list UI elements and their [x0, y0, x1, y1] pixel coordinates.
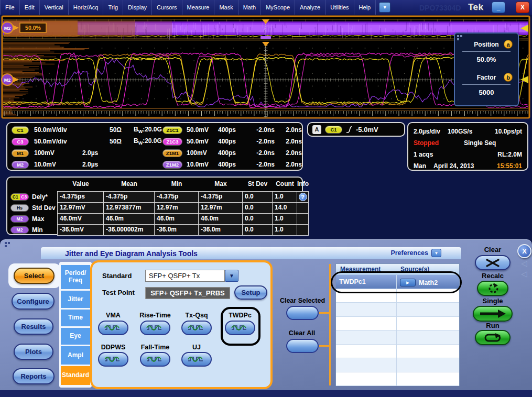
single-button[interactable]: [473, 306, 513, 322]
measurement-name: TWDPc1: [336, 275, 396, 289]
menu-item-horiz-acq[interactable]: Horiz/Acq: [69, 0, 104, 15]
z1m1-end: 2.0ns: [275, 149, 302, 157]
scope-model-label: DPO73304D: [419, 4, 461, 12]
knob-b-badge: b: [504, 73, 513, 82]
source-expand-icon[interactable]: ▶: [400, 279, 416, 286]
run-button[interactable]: [475, 330, 511, 345]
connector-stub: [319, 312, 330, 314]
panel-close-button[interactable]: X: [517, 244, 531, 258]
meas-button-vma[interactable]: [98, 321, 128, 335]
meas-button-ddpws[interactable]: [98, 352, 128, 367]
zoom-position-value[interactable]: 50.0%: [455, 56, 518, 63]
waveform-canvas[interactable]: M250.0%M2: [0, 15, 532, 119]
meas-cell: 12.97mV: [57, 202, 104, 214]
col-header-info: Info: [297, 180, 309, 191]
pager-next-icon[interactable]: ◁: [521, 269, 527, 279]
nav-button-reports[interactable]: Reports: [13, 368, 55, 384]
tab-period-freq[interactable]: Period/Freq: [61, 265, 90, 289]
single-control-label: Single: [472, 297, 514, 305]
tab-standard[interactable]: Standard: [61, 366, 90, 385]
menu-item-math[interactable]: Math: [238, 0, 261, 15]
meas-cell: 46.0mV: [57, 213, 104, 225]
meas-cell: 0.0: [242, 202, 273, 214]
menu-item-cursors[interactable]: Cursors: [152, 0, 182, 15]
panel-grip-icon: [5, 242, 7, 244]
menu-item-analyze[interactable]: Analyze: [295, 0, 325, 15]
table-header-row: Measurement Source(s): [336, 264, 459, 275]
clear-all-button[interactable]: [286, 339, 319, 353]
nav-button-results[interactable]: Results: [14, 318, 53, 335]
recalc-button[interactable]: [477, 281, 508, 296]
meas-button-tx-qsq[interactable]: [181, 321, 212, 335]
measurement-results-panel: Value Mean Min Max St Dev Count Info C1C…: [6, 177, 303, 235]
m1-time: 2.0µs: [82, 149, 110, 157]
z1m1-start: -2.0ns: [245, 149, 275, 157]
menu-item-display[interactable]: Display: [123, 0, 152, 15]
pager-prev-icon[interactable]: ◁: [521, 259, 527, 268]
nav-button-select[interactable]: Select: [14, 268, 55, 284]
table-row-empty[interactable]: [336, 358, 459, 372]
table-row-empty[interactable]: [336, 303, 459, 317]
clear-selected-button[interactable]: [286, 306, 319, 320]
table-row-empty[interactable]: [336, 372, 459, 387]
waveform-display[interactable]: M250.0%M2 Position a 50.0% Factor b 5000: [0, 15, 532, 119]
table-row-empty[interactable]: [336, 330, 459, 345]
channel-badge-c1[interactable]: C1: [12, 126, 29, 134]
trigger-source-badge[interactable]: C1: [325, 126, 342, 134]
meas-button-fall-time[interactable]: [140, 352, 170, 367]
standard-select[interactable]: SFP+ QSFP+ Tx: [145, 270, 225, 282]
resolution: 10.0ps/pt: [495, 128, 522, 135]
meas-label-twdpc: TWDPc: [219, 312, 261, 319]
menu-item-vertical[interactable]: Vertical: [40, 0, 69, 15]
menu-item-mask[interactable]: Mask: [214, 0, 238, 15]
zoom-channel-z1m2: Z1M2 10.0mV 400ps -2.0ns 2.0ns: [162, 161, 302, 169]
meas-row-name: M2 Max: [10, 213, 58, 224]
standard-dropdown-icon[interactable]: ▼: [225, 270, 238, 282]
channel-readout-panel: C1 50.0mV/div 50Ω BW:20.0G Z1C1 50.0mV 4…: [6, 122, 303, 171]
tab-jitter[interactable]: Jitter: [61, 291, 90, 308]
close-button[interactable]: X: [516, 2, 529, 13]
menu-item-trig[interactable]: Trig: [103, 0, 123, 15]
meas-info-cell: ?: [297, 191, 309, 203]
channel-badge-m2[interactable]: M2: [12, 161, 29, 169]
nav-button-configure[interactable]: Configure: [12, 293, 55, 310]
clear-button[interactable]: [475, 255, 511, 270]
table-row-empty[interactable]: [336, 317, 459, 331]
info-icon[interactable]: ?: [299, 193, 307, 201]
menu-item-help[interactable]: Help: [354, 0, 376, 15]
zoom-factor-value[interactable]: 5000: [455, 89, 518, 96]
table-row-empty[interactable]: [336, 345, 459, 359]
standard-label: Standard: [102, 272, 132, 280]
setup-button[interactable]: Setup: [234, 285, 267, 300]
menu-overflow-dropdown-icon[interactable]: ▼: [379, 2, 390, 13]
connector-line: [329, 264, 331, 385]
panel-grip-icon: [457, 35, 459, 37]
meas-button-uj[interactable]: [181, 352, 212, 367]
minimize-button[interactable]: _: [492, 2, 505, 13]
preferences-dropdown-icon[interactable]: ▼: [431, 249, 441, 257]
meas-cell: 1.0: [272, 213, 297, 225]
menu-item-file[interactable]: File: [0, 0, 20, 15]
tab-ampl[interactable]: Ampl: [61, 346, 90, 365]
menu-item-myscope[interactable]: MyScope: [261, 0, 295, 15]
tab-time[interactable]: Time: [61, 310, 90, 326]
channel-badge-z1c1[interactable]: Z1C1: [162, 126, 182, 134]
z1m1-scale: 100mV: [187, 149, 218, 157]
meas-cell: -36.000002m: [103, 224, 155, 236]
menu-item-utilities[interactable]: Utilities: [325, 0, 354, 15]
meas-button-rise-time[interactable]: [140, 321, 170, 335]
channel-badge-z1c3[interactable]: Z1C3: [162, 138, 182, 146]
channel-badge-c3[interactable]: C3: [12, 138, 29, 146]
menu-item-measure[interactable]: Measure: [182, 0, 215, 15]
channel-badge-z1m2[interactable]: Z1M2: [162, 161, 182, 169]
z1c3-scale: 50.0mV: [187, 138, 218, 145]
tab-eye[interactable]: Eye: [61, 328, 90, 345]
nav-button-plots[interactable]: Plots: [14, 344, 53, 360]
channel-badge-m1[interactable]: M1: [12, 149, 29, 157]
channel-badge-z1m1[interactable]: Z1M1: [162, 149, 182, 157]
table-row-twdpc1[interactable]: TWDPc1 ▶ Math2: [336, 275, 459, 289]
menu-item-edit[interactable]: Edit: [20, 0, 40, 15]
z1c1-end: 2.0ns: [275, 126, 302, 134]
table-row-empty[interactable]: [336, 289, 459, 303]
meas-button-twdpc[interactable]: [225, 321, 255, 335]
